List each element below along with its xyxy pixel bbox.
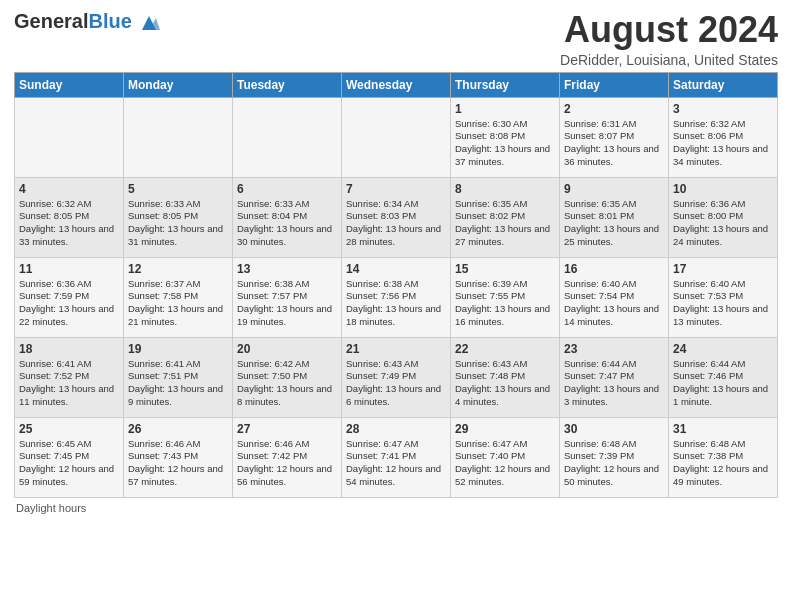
day-number: 12 — [128, 262, 228, 276]
day-number: 18 — [19, 342, 119, 356]
day-number: 31 — [673, 422, 773, 436]
week-row-4: 18Sunrise: 6:41 AMSunset: 7:52 PMDayligh… — [15, 337, 778, 417]
col-header-sunday: Sunday — [15, 72, 124, 97]
day-number: 28 — [346, 422, 446, 436]
cell-info: Sunrise: 6:38 AMSunset: 7:57 PMDaylight:… — [237, 278, 337, 329]
calendar-cell: 22Sunrise: 6:43 AMSunset: 7:48 PMDayligh… — [451, 337, 560, 417]
logo-general: General — [14, 10, 88, 32]
calendar-cell: 26Sunrise: 6:46 AMSunset: 7:43 PMDayligh… — [124, 417, 233, 497]
col-header-thursday: Thursday — [451, 72, 560, 97]
calendar-cell: 16Sunrise: 6:40 AMSunset: 7:54 PMDayligh… — [560, 257, 669, 337]
day-number: 29 — [455, 422, 555, 436]
calendar-cell: 6Sunrise: 6:33 AMSunset: 8:04 PMDaylight… — [233, 177, 342, 257]
week-row-5: 25Sunrise: 6:45 AMSunset: 7:45 PMDayligh… — [15, 417, 778, 497]
cell-info: Sunrise: 6:48 AMSunset: 7:39 PMDaylight:… — [564, 438, 664, 489]
cell-info: Sunrise: 6:43 AMSunset: 7:49 PMDaylight:… — [346, 358, 446, 409]
cell-info: Sunrise: 6:48 AMSunset: 7:38 PMDaylight:… — [673, 438, 773, 489]
calendar-cell: 5Sunrise: 6:33 AMSunset: 8:05 PMDaylight… — [124, 177, 233, 257]
calendar-cell: 24Sunrise: 6:44 AMSunset: 7:46 PMDayligh… — [669, 337, 778, 417]
cell-info: Sunrise: 6:47 AMSunset: 7:41 PMDaylight:… — [346, 438, 446, 489]
day-number: 8 — [455, 182, 555, 196]
calendar-cell: 21Sunrise: 6:43 AMSunset: 7:49 PMDayligh… — [342, 337, 451, 417]
calendar-cell — [15, 97, 124, 177]
cell-info: Sunrise: 6:33 AMSunset: 8:05 PMDaylight:… — [128, 198, 228, 249]
day-number: 10 — [673, 182, 773, 196]
calendar-cell: 9Sunrise: 6:35 AMSunset: 8:01 PMDaylight… — [560, 177, 669, 257]
col-header-tuesday: Tuesday — [233, 72, 342, 97]
calendar-cell — [233, 97, 342, 177]
calendar-cell — [342, 97, 451, 177]
day-number: 19 — [128, 342, 228, 356]
calendar-cell: 11Sunrise: 6:36 AMSunset: 7:59 PMDayligh… — [15, 257, 124, 337]
calendar-cell: 17Sunrise: 6:40 AMSunset: 7:53 PMDayligh… — [669, 257, 778, 337]
calendar-cell: 20Sunrise: 6:42 AMSunset: 7:50 PMDayligh… — [233, 337, 342, 417]
day-number: 27 — [237, 422, 337, 436]
cell-info: Sunrise: 6:44 AMSunset: 7:47 PMDaylight:… — [564, 358, 664, 409]
calendar-cell: 10Sunrise: 6:36 AMSunset: 8:00 PMDayligh… — [669, 177, 778, 257]
cell-info: Sunrise: 6:36 AMSunset: 7:59 PMDaylight:… — [19, 278, 119, 329]
day-number: 16 — [564, 262, 664, 276]
cell-info: Sunrise: 6:47 AMSunset: 7:40 PMDaylight:… — [455, 438, 555, 489]
cell-info: Sunrise: 6:36 AMSunset: 8:00 PMDaylight:… — [673, 198, 773, 249]
day-number: 26 — [128, 422, 228, 436]
day-number: 1 — [455, 102, 555, 116]
footer: Daylight hours — [14, 502, 778, 514]
day-number: 3 — [673, 102, 773, 116]
week-row-1: 1Sunrise: 6:30 AMSunset: 8:08 PMDaylight… — [15, 97, 778, 177]
calendar-cell: 31Sunrise: 6:48 AMSunset: 7:38 PMDayligh… — [669, 417, 778, 497]
calendar-cell: 28Sunrise: 6:47 AMSunset: 7:41 PMDayligh… — [342, 417, 451, 497]
day-number: 23 — [564, 342, 664, 356]
cell-info: Sunrise: 6:32 AMSunset: 8:06 PMDaylight:… — [673, 118, 773, 169]
day-number: 21 — [346, 342, 446, 356]
calendar-cell: 1Sunrise: 6:30 AMSunset: 8:08 PMDaylight… — [451, 97, 560, 177]
col-header-friday: Friday — [560, 72, 669, 97]
logo-blue: Blue — [88, 10, 131, 32]
calendar-cell: 13Sunrise: 6:38 AMSunset: 7:57 PMDayligh… — [233, 257, 342, 337]
cell-info: Sunrise: 6:37 AMSunset: 7:58 PMDaylight:… — [128, 278, 228, 329]
cell-info: Sunrise: 6:43 AMSunset: 7:48 PMDaylight:… — [455, 358, 555, 409]
logo-icon — [138, 12, 160, 34]
cell-info: Sunrise: 6:42 AMSunset: 7:50 PMDaylight:… — [237, 358, 337, 409]
col-header-monday: Monday — [124, 72, 233, 97]
cell-info: Sunrise: 6:31 AMSunset: 8:07 PMDaylight:… — [564, 118, 664, 169]
header-row: SundayMondayTuesdayWednesdayThursdayFrid… — [15, 72, 778, 97]
cell-info: Sunrise: 6:40 AMSunset: 7:53 PMDaylight:… — [673, 278, 773, 329]
day-number: 22 — [455, 342, 555, 356]
calendar-cell: 30Sunrise: 6:48 AMSunset: 7:39 PMDayligh… — [560, 417, 669, 497]
day-number: 5 — [128, 182, 228, 196]
day-number: 9 — [564, 182, 664, 196]
col-header-saturday: Saturday — [669, 72, 778, 97]
day-number: 6 — [237, 182, 337, 196]
cell-info: Sunrise: 6:46 AMSunset: 7:42 PMDaylight:… — [237, 438, 337, 489]
calendar-cell: 3Sunrise: 6:32 AMSunset: 8:06 PMDaylight… — [669, 97, 778, 177]
header: GeneralBlue ​ August 2024 DeRidder, Loui… — [14, 10, 778, 68]
title-block: August 2024 DeRidder, Louisiana, United … — [560, 10, 778, 68]
calendar-table: SundayMondayTuesdayWednesdayThursdayFrid… — [14, 72, 778, 498]
day-number: 7 — [346, 182, 446, 196]
day-number: 14 — [346, 262, 446, 276]
cell-info: Sunrise: 6:39 AMSunset: 7:55 PMDaylight:… — [455, 278, 555, 329]
page-container: GeneralBlue ​ August 2024 DeRidder, Loui… — [0, 0, 792, 520]
day-number: 24 — [673, 342, 773, 356]
day-number: 13 — [237, 262, 337, 276]
calendar-cell: 15Sunrise: 6:39 AMSunset: 7:55 PMDayligh… — [451, 257, 560, 337]
week-row-2: 4Sunrise: 6:32 AMSunset: 8:05 PMDaylight… — [15, 177, 778, 257]
calendar-cell: 14Sunrise: 6:38 AMSunset: 7:56 PMDayligh… — [342, 257, 451, 337]
cell-info: Sunrise: 6:45 AMSunset: 7:45 PMDaylight:… — [19, 438, 119, 489]
calendar-cell: 18Sunrise: 6:41 AMSunset: 7:52 PMDayligh… — [15, 337, 124, 417]
calendar-cell: 19Sunrise: 6:41 AMSunset: 7:51 PMDayligh… — [124, 337, 233, 417]
day-number: 25 — [19, 422, 119, 436]
day-number: 20 — [237, 342, 337, 356]
day-number: 4 — [19, 182, 119, 196]
logo: GeneralBlue ​ — [14, 10, 160, 54]
cell-info: Sunrise: 6:32 AMSunset: 8:05 PMDaylight:… — [19, 198, 119, 249]
calendar-cell: 25Sunrise: 6:45 AMSunset: 7:45 PMDayligh… — [15, 417, 124, 497]
cell-info: Sunrise: 6:40 AMSunset: 7:54 PMDaylight:… — [564, 278, 664, 329]
cell-info: Sunrise: 6:46 AMSunset: 7:43 PMDaylight:… — [128, 438, 228, 489]
cell-info: Sunrise: 6:35 AMSunset: 8:01 PMDaylight:… — [564, 198, 664, 249]
cell-info: Sunrise: 6:30 AMSunset: 8:08 PMDaylight:… — [455, 118, 555, 169]
cell-info: Sunrise: 6:41 AMSunset: 7:52 PMDaylight:… — [19, 358, 119, 409]
calendar-cell — [124, 97, 233, 177]
day-number: 15 — [455, 262, 555, 276]
calendar-cell: 27Sunrise: 6:46 AMSunset: 7:42 PMDayligh… — [233, 417, 342, 497]
